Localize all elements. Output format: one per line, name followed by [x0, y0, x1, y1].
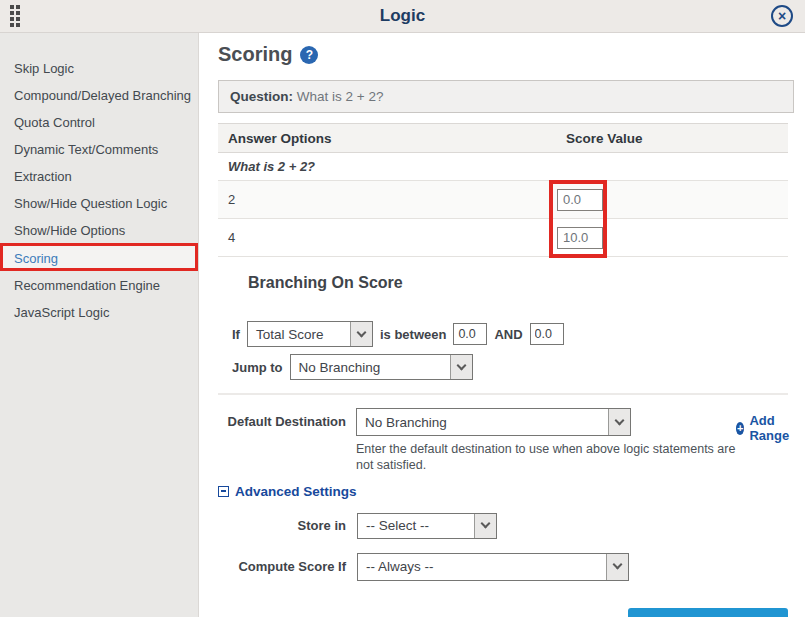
score-value-input[interactable]	[557, 189, 603, 211]
chevron-down-icon	[606, 554, 628, 580]
default-destination-helper-text: Enter the default destination to use whe…	[356, 441, 736, 474]
scoring-panel: Scoring ? Question: What is 2 + 2? Answe…	[199, 33, 805, 617]
column-header-score-value: Score Value	[557, 131, 788, 146]
logic-sidebar: Skip Logic Compound/Delayed Branching Qu…	[0, 33, 199, 617]
save-question-logic-button[interactable]: Save Question Logic	[628, 608, 788, 617]
sidebar-item-skip-logic[interactable]: Skip Logic	[0, 54, 198, 81]
advanced-settings-toggle[interactable]: Advanced Settings	[218, 484, 794, 499]
sidebar-item-show-hide-options[interactable]: Show/Hide Options	[0, 216, 198, 243]
question-group-row: What is 2 + 2?	[218, 153, 788, 181]
sidebar-item-quota-control[interactable]: Quota Control	[0, 108, 198, 135]
plus-icon: +	[736, 422, 744, 435]
sidebar-item-scoring[interactable]: Scoring	[0, 243, 198, 271]
answer-option-label: 4	[218, 230, 557, 245]
page-title: Scoring	[218, 43, 292, 66]
compute-score-if-label: Compute Score If	[218, 559, 346, 574]
is-between-label: is between	[380, 327, 446, 342]
modal-title: Logic	[0, 6, 805, 26]
advanced-settings-label: Advanced Settings	[235, 484, 357, 499]
default-destination-label: Default Destination	[218, 408, 346, 429]
collapse-minus-icon	[218, 486, 229, 497]
answer-option-label: 2	[218, 192, 557, 207]
range-from-input[interactable]	[453, 323, 487, 345]
branching-on-score-title: Branching On Score	[248, 274, 794, 292]
score-table-header: Answer Options Score Value	[218, 123, 788, 153]
table-row: 2	[218, 181, 788, 219]
modal-header: Logic ×	[0, 0, 805, 33]
jump-to-label: Jump to	[232, 360, 283, 375]
score-value-input[interactable]	[557, 227, 603, 249]
add-range-link[interactable]: + Add Range	[736, 408, 794, 443]
default-destination-select[interactable]: No Branching	[356, 408, 631, 436]
question-label: Question:	[230, 89, 293, 104]
chevron-down-icon	[608, 409, 630, 435]
chevron-down-icon	[350, 322, 372, 346]
compute-score-if-select[interactable]: -- Always --	[357, 553, 629, 581]
store-in-select[interactable]: -- Select --	[357, 513, 497, 539]
chevron-down-icon	[450, 355, 472, 379]
range-to-input[interactable]	[530, 323, 564, 345]
chevron-down-icon	[474, 514, 496, 538]
sidebar-item-dynamic-text-comments[interactable]: Dynamic Text/Comments	[0, 135, 198, 162]
sidebar-item-show-hide-question-logic[interactable]: Show/Hide Question Logic	[0, 189, 198, 216]
store-in-label: Store in	[218, 518, 346, 533]
section-divider	[218, 393, 788, 395]
sidebar-item-javascript-logic[interactable]: JavaScript Logic	[0, 298, 198, 325]
score-table: Answer Options Score Value What is 2 + 2…	[218, 123, 788, 257]
sidebar-item-compound-delayed-branching[interactable]: Compound/Delayed Branching	[0, 81, 198, 108]
sidebar-item-recommendation-engine[interactable]: Recommendation Engine	[0, 271, 198, 298]
and-label: AND	[494, 327, 522, 342]
logic-modal: Logic × Skip Logic Compound/Delayed Bran…	[0, 0, 805, 617]
sidebar-item-extraction[interactable]: Extraction	[0, 162, 198, 189]
question-text: What is 2 + 2?	[297, 89, 384, 104]
help-icon[interactable]: ?	[300, 46, 318, 64]
column-header-answer-options: Answer Options	[218, 131, 557, 146]
close-icon[interactable]: ×	[771, 5, 793, 27]
score-source-select[interactable]: Total Score	[247, 321, 373, 347]
table-row: 4	[218, 219, 788, 257]
jump-to-select[interactable]: No Branching	[290, 354, 473, 380]
question-box: Question: What is 2 + 2?	[218, 80, 794, 113]
if-label: If	[232, 327, 240, 342]
